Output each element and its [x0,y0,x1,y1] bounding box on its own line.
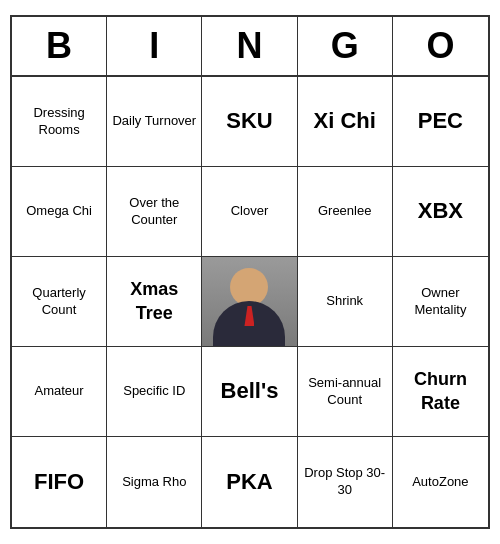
cell-3-1[interactable]: Quarterly Count [12,257,107,347]
letter-n: N [202,17,297,75]
cell-1-3[interactable]: SKU [202,77,297,167]
cell-4-1[interactable]: Amateur [12,347,107,437]
cell-4-5[interactable]: Churn Rate [393,347,488,437]
cell-2-3[interactable]: Clover [202,167,297,257]
letter-b: B [12,17,107,75]
cell-1-5[interactable]: PEC [393,77,488,167]
cell-4-4[interactable]: Semi-annual Count [298,347,393,437]
cell-1-2[interactable]: Daily Turnover [107,77,202,167]
letter-o: O [393,17,488,75]
bingo-header: B I N G O [12,17,488,77]
cell-1-4[interactable]: Xi Chi [298,77,393,167]
bingo-grid: Dressing Rooms Daily Turnover SKU Xi Chi… [12,77,488,527]
cell-2-2[interactable]: Over the Counter [107,167,202,257]
cell-5-1[interactable]: FIFO [12,437,107,527]
cell-5-2[interactable]: Sigma Rho [107,437,202,527]
cell-3-4[interactable]: Shrink [298,257,393,347]
cell-5-3[interactable]: PKA [202,437,297,527]
cell-5-4[interactable]: Drop Stop 30-30 [298,437,393,527]
avatar-tie [244,306,254,326]
letter-i: I [107,17,202,75]
cell-2-1[interactable]: Omega Chi [12,167,107,257]
cell-2-5[interactable]: XBX [393,167,488,257]
letter-g: G [298,17,393,75]
avatar-person [213,268,285,346]
bingo-card: B I N G O Dressing Rooms Daily Turnover … [10,15,490,529]
cell-4-3[interactable]: Bell's [202,347,297,437]
cell-4-2[interactable]: Specific ID [107,347,202,437]
cell-2-4[interactable]: Greenlee [298,167,393,257]
cell-3-2[interactable]: Xmas Tree [107,257,202,347]
cell-1-1[interactable]: Dressing Rooms [12,77,107,167]
cell-3-5[interactable]: Owner Mentality [393,257,488,347]
cell-5-5[interactable]: AutoZone [393,437,488,527]
free-space-photo [202,257,296,346]
free-space[interactable] [202,257,297,347]
avatar-shoulders [213,301,285,346]
